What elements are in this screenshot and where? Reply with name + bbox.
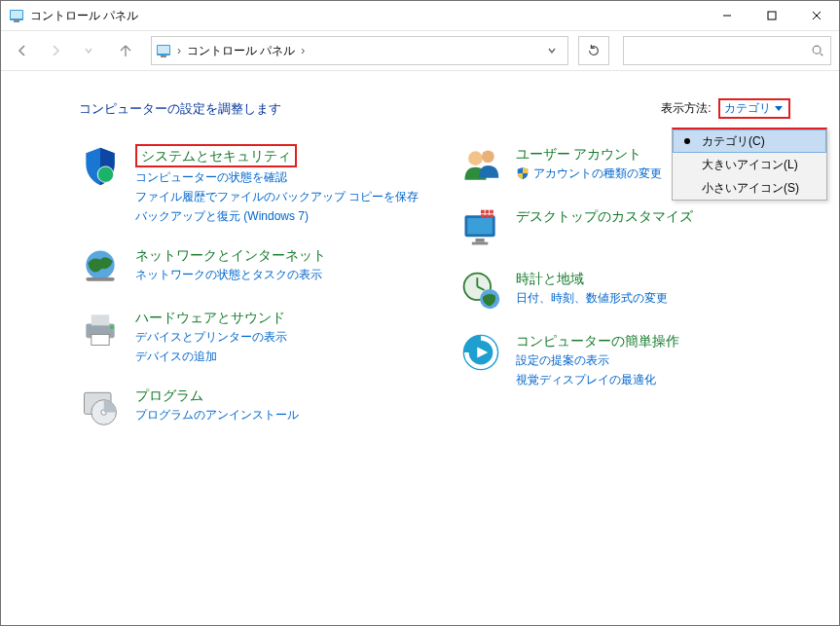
titlebar-left: コントロール パネル bbox=[1, 8, 138, 24]
svg-rect-28 bbox=[471, 242, 488, 245]
maximize-button[interactable] bbox=[749, 1, 794, 30]
category-ease-of-access: コンピューターの簡単操作 設定の提案の表示 視覚ディスプレイの最適化 bbox=[459, 331, 801, 389]
view-option-small-icons[interactable]: 小さいアイコン(S) bbox=[673, 176, 826, 200]
content-body: コンピューターの設定を調整します 表示方法: カテゴリ カテゴリ(C) 大きいア… bbox=[1, 71, 839, 448]
view-picker: 表示方法: カテゴリ bbox=[661, 98, 790, 119]
minimize-button[interactable] bbox=[705, 1, 749, 30]
svg-rect-34 bbox=[490, 214, 493, 218]
svg-rect-17 bbox=[91, 314, 109, 325]
users-icon bbox=[459, 144, 502, 187]
control-panel-icon bbox=[156, 43, 171, 58]
refresh-button[interactable] bbox=[578, 36, 609, 65]
svg-rect-18 bbox=[91, 335, 109, 346]
view-label: 表示方法: bbox=[661, 101, 711, 115]
category-clock-region: 時計と地域 日付、時刻、数値形式の変更 bbox=[459, 269, 801, 312]
svg-rect-1 bbox=[11, 11, 22, 18]
svg-rect-9 bbox=[161, 55, 166, 57]
view-option-category[interactable]: カテゴリ(C) bbox=[673, 129, 826, 153]
up-button[interactable] bbox=[112, 37, 139, 64]
category-system-security: システムとセキュリティ コンピューターの状態を確認 ファイル履歴でファイルのバッ… bbox=[79, 144, 420, 226]
bullet-icon bbox=[684, 138, 690, 144]
svg-rect-15 bbox=[86, 277, 114, 281]
category-title-link[interactable]: 時計と地域 bbox=[516, 271, 584, 286]
uac-shield-icon bbox=[516, 166, 530, 180]
svg-rect-32 bbox=[481, 214, 485, 218]
category-desktop-customize: デスクトップのカスタマイズ bbox=[459, 206, 801, 249]
svg-point-24 bbox=[481, 150, 493, 163]
view-option-label: 大きいアイコン(L) bbox=[702, 157, 798, 173]
view-dropdown-button[interactable]: カテゴリ bbox=[718, 98, 790, 119]
breadcrumb-item[interactable]: コントロール パネル bbox=[187, 43, 295, 59]
category-sublink[interactable]: 視覚ディスプレイの最適化 bbox=[516, 370, 679, 389]
category-sublink[interactable]: 設定の提案の表示 bbox=[516, 350, 679, 370]
recent-dropdown[interactable] bbox=[75, 37, 102, 64]
forward-button[interactable] bbox=[42, 37, 69, 64]
view-dropdown-menu: カテゴリ(C) 大きいアイコン(L) 小さいアイコン(S) bbox=[672, 128, 827, 201]
shield-icon bbox=[79, 144, 122, 187]
svg-rect-2 bbox=[14, 20, 19, 22]
category-sublink[interactable]: ネットワークの状態とタスクの表示 bbox=[135, 265, 326, 284]
category-programs: プログラム プログラムのアンインストール bbox=[79, 386, 420, 428]
titlebar: コントロール パネル bbox=[1, 1, 839, 31]
window-controls bbox=[705, 1, 839, 30]
ease-of-access-icon bbox=[459, 331, 502, 374]
svg-rect-31 bbox=[490, 210, 493, 214]
category-sublink[interactable]: バックアップと復元 (Windows 7) bbox=[135, 206, 419, 226]
svg-rect-33 bbox=[485, 214, 489, 218]
window-title: コントロール パネル bbox=[30, 8, 138, 24]
category-sublink[interactable]: コンピューターの状態を確認 bbox=[135, 167, 419, 187]
svg-rect-30 bbox=[485, 210, 489, 214]
page-heading: コンピューターの設定を調整します bbox=[79, 100, 281, 118]
back-button[interactable] bbox=[9, 37, 36, 64]
view-option-label: 小さいアイコン(S) bbox=[702, 180, 799, 197]
category-hardware: ハードウェアとサウンド デバイスとプリンターの表示 デバイスの追加 bbox=[79, 308, 420, 366]
svg-rect-29 bbox=[481, 210, 485, 214]
category-title-link[interactable]: ネットワークとインターネット bbox=[135, 247, 326, 263]
svg-point-10 bbox=[813, 46, 821, 54]
address-dropdown[interactable] bbox=[540, 39, 564, 62]
svg-rect-4 bbox=[768, 12, 776, 19]
chevron-right-icon[interactable]: › bbox=[177, 44, 181, 57]
svg-rect-27 bbox=[475, 239, 484, 242]
column-left: システムとセキュリティ コンピューターの状態を確認 ファイル履歴でファイルのバッ… bbox=[79, 144, 420, 448]
view-current: カテゴリ bbox=[724, 100, 771, 117]
control-panel-icon bbox=[9, 8, 24, 23]
category-title-link[interactable]: デスクトップのカスタマイズ bbox=[516, 208, 693, 224]
category-network: ネットワークとインターネット ネットワークの状態とタスクの表示 bbox=[79, 245, 420, 288]
chevron-right-icon[interactable]: › bbox=[301, 44, 305, 57]
category-sublink[interactable]: プログラムのアンインストール bbox=[135, 405, 299, 424]
category-title-link[interactable]: コンピューターの簡単操作 bbox=[516, 333, 679, 349]
search-input[interactable] bbox=[623, 36, 831, 65]
clock-globe-icon bbox=[459, 269, 502, 312]
svg-rect-8 bbox=[158, 46, 169, 54]
control-panel-window: コントロール パネル bbox=[0, 0, 840, 626]
category-title-link[interactable]: システムとセキュリティ bbox=[135, 144, 297, 167]
svg-point-23 bbox=[468, 151, 483, 166]
category-sublink[interactable]: 日付、時刻、数値形式の変更 bbox=[516, 288, 668, 308]
heading-row: コンピューターの設定を調整します 表示方法: カテゴリ bbox=[79, 98, 800, 119]
caret-down-icon bbox=[775, 106, 783, 111]
category-sublink[interactable]: アカウントの種類の変更 bbox=[533, 164, 662, 183]
category-sublink[interactable]: デバイスとプリンターの表示 bbox=[135, 327, 287, 347]
view-option-large-icons[interactable]: 大きいアイコン(L) bbox=[673, 153, 826, 176]
category-title-link[interactable]: ハードウェアとサウンド bbox=[135, 310, 285, 325]
address-bar[interactable]: › コントロール パネル › bbox=[151, 36, 568, 65]
nav-row: › コントロール パネル › bbox=[1, 31, 839, 71]
svg-line-11 bbox=[821, 54, 823, 56]
search-icon bbox=[811, 44, 824, 57]
category-title-link[interactable]: ユーザー アカウント bbox=[516, 146, 642, 162]
category-title-link[interactable]: プログラム bbox=[135, 387, 203, 403]
close-button[interactable] bbox=[794, 1, 839, 30]
svg-rect-26 bbox=[467, 218, 493, 235]
svg-point-19 bbox=[110, 325, 114, 329]
view-option-label: カテゴリ(C) bbox=[702, 133, 765, 150]
category-sublink[interactable]: ファイル履歴でファイルのバックアップ コピーを保存 bbox=[135, 187, 419, 206]
printer-icon bbox=[79, 308, 122, 350]
globe-icon bbox=[79, 245, 122, 288]
monitor-icon bbox=[459, 206, 502, 249]
category-sublink[interactable]: デバイスの追加 bbox=[135, 347, 287, 366]
disc-icon bbox=[79, 386, 122, 428]
